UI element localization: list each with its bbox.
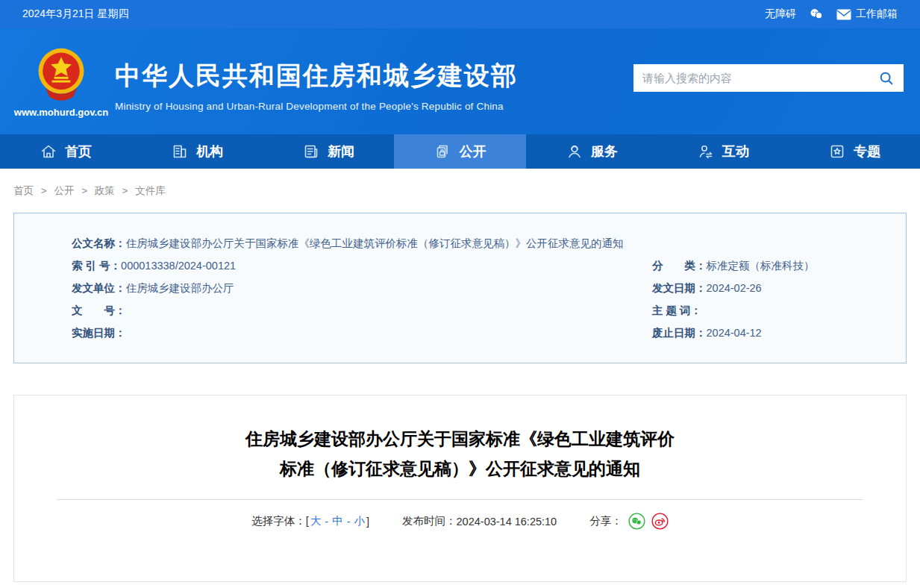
font-size-large[interactable]: 大 [310,514,322,528]
interaction-icon [697,143,715,160]
site-header: www.mohurd.gov.cn 中华人民共和国住房和城乡建设部 Minist… [0,28,920,134]
meta-row: 实施日期： 废止日期：2024-04-12 [14,322,906,344]
national-emblem-logo [35,46,87,105]
site-title-cn: 中华人民共和国住房和城乡建设部 [115,59,518,93]
repeal-date-value: 2024-04-12 [707,327,762,339]
index-number-label: 索 引 号： [72,260,121,272]
font-size-small[interactable]: 小 [354,514,366,528]
nav-item-organization[interactable]: 机构 [131,134,263,169]
publish-time: 发布时间： 2024-03-14 16:25:10 [402,514,557,528]
subject-words-label: 主 题 词： [652,304,701,316]
topic-icon [828,143,846,160]
nav-item-service[interactable]: 服务 [526,134,657,169]
breadcrumb-disclosure[interactable]: 公开 [54,185,74,196]
organization-icon [171,143,189,160]
envelope-icon [836,9,851,20]
accessibility-link[interactable]: 无障碍 [765,7,796,21]
issue-date-label: 发文日期： [652,282,707,294]
breadcrumb-home[interactable]: 首页 [13,185,34,196]
breadcrumb: 首页 > 公开 > 政策 > 文件库 [13,184,907,198]
search-icon [878,70,895,87]
service-icon [566,143,583,160]
share-group: 分享： [589,513,669,530]
search-box [633,64,904,92]
meta-row-name: 公文名称：住房城乡建设部办公厅关于国家标准《绿色工业建筑评价标准（修订征求意见稿… [14,232,906,254]
breadcrumb-policy[interactable]: 政策 [95,185,115,196]
nav-item-disclosure[interactable]: 公开 [394,134,525,169]
site-url: www.mohurd.gov.cn [14,107,108,118]
news-icon [302,143,320,160]
meta-row: 索 引 号：000013338/2024-00121 分 类：标准定额（标准科技… [14,254,906,277]
wechat-icon[interactable] [808,6,824,22]
breadcrumb-library[interactable]: 文件库 [135,185,166,196]
main-nav: 首页 机构 新闻 公开 服务 互动 [0,134,920,169]
implement-date-label: 实施日期： [72,327,126,339]
site-title-en: Ministry of Housing and Urban-Rural Deve… [115,101,518,112]
issuing-unit-value: 住房城乡建设部办公厅 [126,282,234,294]
nav-item-interaction[interactable]: 互动 [657,134,789,169]
doc-number-label: 文 号： [72,304,126,316]
document-meta-box: 公文名称：住房城乡建设部办公厅关于国家标准《绿色工业建筑评价标准（修订征求意见稿… [13,213,907,363]
search-input[interactable] [642,72,878,84]
doc-name-value: 住房城乡建设部办公厅关于国家标准《绿色工业建筑评价标准（修订征求意见稿）》公开征… [126,237,624,249]
nav-item-topics[interactable]: 专题 [789,134,920,169]
topbar: 2024年3月21日 星期四 无障碍 工作邮箱 [0,0,920,28]
font-size-selector: 选择字体：[ 大 - 中 - 小 ] [251,514,369,528]
category-value: 标准定额（标准科技） [707,260,815,272]
topbar-date: 2024年3月21日 星期四 [22,7,128,21]
article-box: 住房城乡建设部办公厅关于国家标准《绿色工业建筑评价 标准（修订征求意见稿）》公开… [13,395,907,582]
share-wechat-icon[interactable] [628,513,645,530]
repeal-date-label: 废止日期： [652,327,707,339]
disclosure-icon [434,143,451,160]
index-number-value: 000013338/2024-00121 [121,260,236,272]
font-size-medium[interactable]: 中 [332,514,343,528]
issuing-unit-label: 发文单位： [72,282,126,294]
search-button[interactable] [878,70,895,87]
nav-item-home[interactable]: 首页 [0,134,131,169]
home-icon [40,143,57,160]
category-label: 分 类： [652,260,707,272]
issue-date-value: 2024-02-26 [707,282,762,294]
site-brand[interactable]: www.mohurd.gov.cn 中华人民共和国住房和城乡建设部 Minist… [22,46,518,118]
title-divider [57,499,863,500]
work-mailbox-link[interactable]: 工作邮箱 [836,7,898,21]
share-weibo-icon[interactable] [651,513,669,530]
article-title: 住房城乡建设部办公厅关于国家标准《绿色工业建筑评价 标准（修订征求意见稿）》公开… [14,424,906,484]
article-meta-row: 选择字体：[ 大 - 中 - 小 ] 发布时间： 2024-03-14 16:2… [14,513,906,530]
meta-row: 发文单位：住房城乡建设部办公厅 发文日期：2024-02-26 [14,277,906,299]
doc-name-label: 公文名称： [72,237,126,249]
meta-row: 文 号： 主 题 词： [14,299,906,322]
nav-item-news[interactable]: 新闻 [263,134,394,169]
